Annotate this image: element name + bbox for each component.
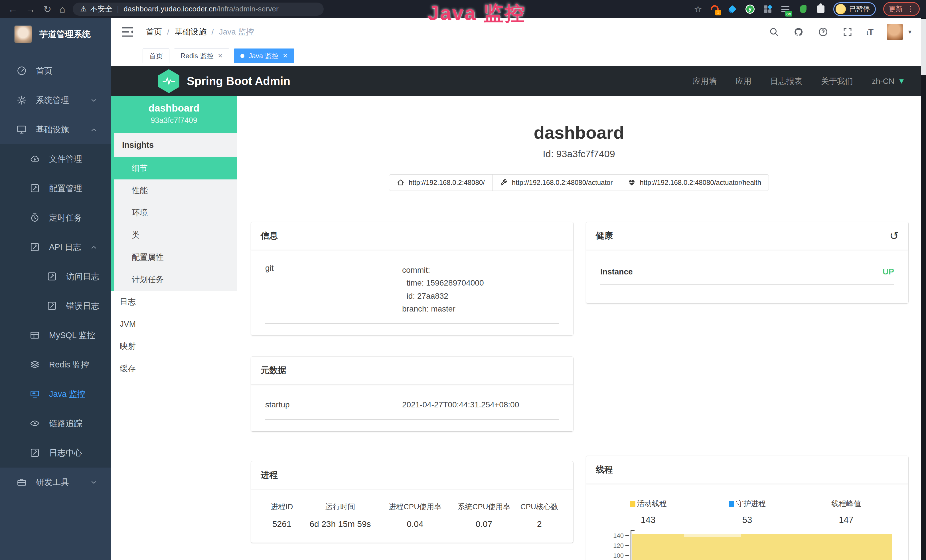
log-edit-icon (30, 242, 41, 253)
health-url-button[interactable]: http://192.168.0.2:48080/actuator/health (620, 174, 769, 191)
sidebar-item-scheduled-jobs[interactable]: 定时任务 (0, 203, 111, 233)
eye-icon (30, 418, 41, 429)
sba-instance-sidebar: dashboard 93a3fc7f7409 Insights 细节 性能 环境… (111, 96, 237, 560)
sidebar-item-file-management[interactable]: 文件管理 (0, 144, 111, 174)
nav-item-metrics[interactable]: 性能 (114, 179, 237, 202)
metadata-value: 2021-04-27T00:44:31.254+08:00 (402, 398, 559, 411)
tab-label: Java 监控 (248, 51, 278, 61)
browser-home-icon[interactable]: ⌂ (60, 4, 66, 14)
sidebar-item-home[interactable]: 首页 (0, 56, 111, 86)
sidebar-item-dev-tools[interactable]: 研发工具 (0, 468, 111, 497)
threads-legend: 活动线程 守护进程 线程峰值 (599, 499, 896, 509)
col-cpu-cores: CPU核心数 (517, 502, 562, 512)
log-edit-icon (47, 301, 57, 312)
tab-home[interactable]: 首页 (142, 48, 169, 64)
app-sidebar: 芋道管理系统 首页 系统管理 基础设施 文件管理 配置管理 定时任务 (0, 18, 111, 560)
breadcrumb-infrastructure[interactable]: 基础设施 (174, 27, 206, 37)
health-instance-row: Instance UP (600, 267, 894, 285)
sba-nav-about[interactable]: 关于我们 (821, 76, 853, 87)
scrollbar-thumb[interactable] (921, 19, 926, 75)
sidebar-item-access-logs[interactable]: 访问日志 (0, 262, 111, 291)
help-icon[interactable] (817, 26, 829, 38)
nav-item-caches[interactable]: 缓存 (111, 357, 237, 380)
extension-grid-icon[interactable] (763, 4, 773, 14)
user-avatar[interactable] (887, 24, 903, 40)
tab-java-monitor[interactable]: Java 监控 ✕ (234, 48, 294, 64)
sidebar-item-error-logs[interactable]: 错误日志 (0, 291, 111, 321)
actuator-url-button[interactable]: http://192.168.0.2:48080/actuator (492, 174, 620, 191)
sidebar-item-infrastructure[interactable]: 基础设施 (0, 115, 111, 144)
info-value: commit: time: 1596289704000 id: 27aa832 … (402, 263, 559, 315)
history-icon[interactable]: ↺ (890, 230, 899, 241)
fullscreen-icon[interactable] (842, 26, 853, 38)
sba-nav-journal[interactable]: 日志报表 (770, 76, 802, 87)
address-bar[interactable]: ⚠ 不安全 | dashboard.yudao.iocoder.cn/infra… (73, 3, 324, 16)
browser-reload-icon[interactable]: ↻ (43, 4, 51, 14)
instance-url-group: http://192.168.0.2:48080/ http://192.168… (237, 174, 921, 191)
font-size-icon[interactable]: tT (866, 27, 873, 37)
sidebar-item-label: 系统管理 (36, 95, 69, 106)
browser-update-button[interactable]: 更新 ⋮ (883, 2, 920, 16)
not-secure-label: 不安全 (90, 4, 112, 14)
sidebar-collapse-icon[interactable] (121, 27, 133, 37)
nav-item-scheduled-tasks[interactable]: 计划任务 (114, 268, 237, 291)
sidebar-item-config-management[interactable]: 配置管理 (0, 174, 111, 203)
extension-pin-icon[interactable] (727, 4, 737, 14)
extensions-puzzle-icon[interactable] (816, 4, 826, 14)
gear-icon (17, 95, 27, 106)
nav-item-mappings[interactable]: 映射 (111, 335, 237, 357)
extension-refresh-icon[interactable]: 1 (710, 4, 720, 14)
y-tick-120: 120 (599, 542, 624, 549)
nav-item-details[interactable]: 细节 (114, 157, 237, 179)
legend-yellow-swatch (630, 501, 635, 507)
browser-forward-icon[interactable]: → (26, 4, 35, 14)
sidebar-item-api-logs[interactable]: API 日志 (0, 233, 111, 262)
search-icon[interactable] (768, 26, 780, 38)
locale-value: zh-CN (872, 77, 894, 86)
avatar-caret-down-icon[interactable]: ▾ (908, 28, 911, 36)
browser-menu-dots-icon[interactable]: ⋮ (907, 5, 914, 14)
nav-item-environment[interactable]: 环境 (114, 202, 237, 224)
sba-content: dashboard Id: 93a3fc7f7409 http://192.16… (237, 96, 921, 560)
sidebar-item-java-monitor[interactable]: Java 监控 (0, 380, 111, 409)
browser-back-icon[interactable]: ← (8, 4, 18, 14)
service-url-button[interactable]: http://192.168.0.2:48080/ (389, 174, 493, 191)
tab-close-icon[interactable]: ✕ (283, 52, 288, 60)
metadata-card-title: 元数据 (261, 365, 286, 376)
bookmark-star-icon[interactable]: ☆ (694, 4, 702, 15)
browser-profile-chip[interactable]: 已暂停 (833, 2, 876, 16)
tab-redis-monitor[interactable]: Redis 监控 ✕ (174, 48, 229, 64)
extension-list-icon[interactable]: on (780, 4, 791, 14)
nav-item-jvm[interactable]: JVM (111, 313, 237, 335)
nav-item-config-props[interactable]: 配置属性 (114, 246, 237, 268)
github-icon[interactable] (793, 26, 804, 38)
tab-close-icon[interactable]: ✕ (218, 52, 223, 60)
nav-item-logs[interactable]: 日志 (111, 291, 237, 313)
breadcrumb-home[interactable]: 首页 (146, 27, 162, 37)
page-scrollbar[interactable] (921, 18, 926, 560)
nav-item-classes[interactable]: 类 (114, 224, 237, 246)
sba-locale-select[interactable]: zh-CN ▼ (872, 77, 905, 86)
sba-nav-applications[interactable]: 应用 (735, 76, 752, 87)
sidebar-item-system-management[interactable]: 系统管理 (0, 86, 111, 115)
home-icon (397, 179, 405, 186)
locale-caret-down-icon: ▼ (898, 77, 905, 86)
extension-y-circle-icon[interactable]: y (745, 4, 755, 14)
sba-nav-wallboard[interactable]: 应用墙 (693, 76, 717, 87)
sba-brand-title[interactable]: Spring Boot Admin (187, 75, 291, 88)
sidebar-item-tracing[interactable]: 链路追踪 (0, 409, 111, 438)
sidebar-item-label: 访问日志 (66, 271, 99, 282)
monitor-icon (17, 124, 27, 135)
sidebar-item-log-center[interactable]: 日志中心 (0, 438, 111, 468)
actuator-url: http://192.168.0.2:48080/actuator (512, 179, 613, 186)
extension-leaf-icon[interactable] (798, 4, 808, 14)
app-logo-row[interactable]: 芋道管理系统 (0, 18, 111, 50)
breadcrumb-current: Java 监控 (219, 27, 254, 37)
sidebar-item-mysql-monitor[interactable]: MySQL 监控 (0, 321, 111, 350)
metadata-key: startup (265, 400, 402, 409)
col-pid: 进程ID (262, 502, 301, 512)
breadcrumb-separator: / (212, 27, 214, 36)
sidebar-item-label: 研发工具 (36, 477, 69, 488)
instance-header[interactable]: dashboard 93a3fc7f7409 (111, 96, 237, 133)
sidebar-item-redis-monitor[interactable]: Redis 监控 (0, 350, 111, 380)
